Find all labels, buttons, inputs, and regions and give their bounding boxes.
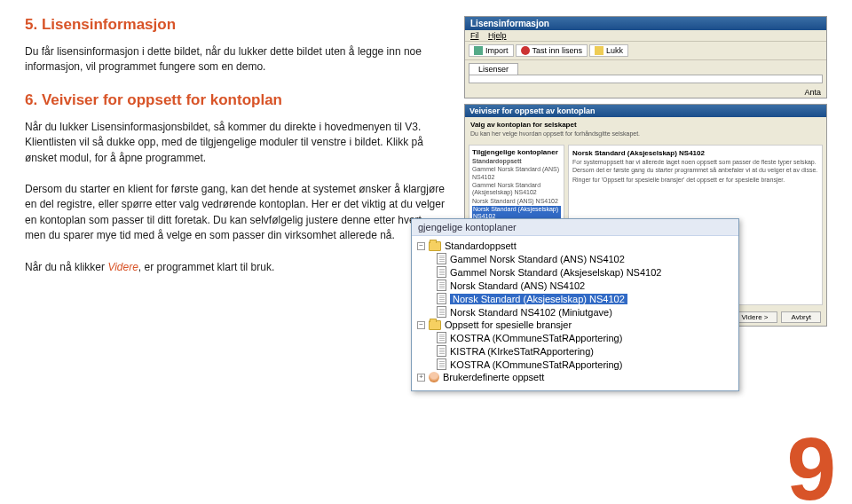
tree-callout: gjengelige kontoplaner − Standardoppsett… [411, 218, 739, 391]
license-tabs: Lisenser [465, 60, 826, 75]
section6-p3a: Når du nå klikker [25, 261, 107, 273]
tree-root[interactable]: − Standardoppsett [417, 240, 733, 252]
import-icon [474, 46, 483, 55]
tab-licenses[interactable]: Lisenser [469, 63, 518, 75]
close-label: Lukk [606, 46, 623, 55]
wizard-title: Veiviser for oppsett av kontoplan [465, 105, 826, 117]
section6-p3c: , er programmet klart til bruk. [138, 261, 274, 273]
key-icon [521, 46, 530, 55]
test-label: Tast inn lisens [532, 46, 583, 55]
section6-p1: Når du lukker Lisensinformasjonsbildet, … [25, 120, 445, 166]
document-icon [437, 306, 446, 318]
wizard-item[interactable]: Gammel Norsk Standard (Aksjeselskap) NS4… [472, 182, 561, 197]
section6-p2: Dersom du starter en klient for første g… [25, 182, 445, 244]
license-body [469, 75, 823, 83]
close-button[interactable]: Lukk [589, 44, 628, 57]
document-icon [437, 332, 446, 343]
import-label: Import [485, 46, 509, 55]
wizard-right-p2: For systemoppsett har vi allerede laget … [572, 159, 818, 175]
section5-heading: 5. Lisensinformasjon [25, 16, 445, 34]
videre-word: Videre [107, 261, 138, 273]
tree-item-label: Gammel Norsk Standard (Aksjeselskap) NS4… [450, 267, 661, 278]
section5-body: Du får lisensinformasjon i dette bildet,… [25, 44, 445, 75]
tree-user[interactable]: + Brukerdefinerte oppsett [417, 371, 733, 383]
tree-item[interactable]: KOSTRA (KOmmuneSTatRApportering) [437, 358, 733, 371]
tree-item[interactable]: KOSTRA (KOmmuneSTatRApportering) [437, 331, 733, 344]
tree-item[interactable]: KISTRA (KIrkeSTatRApportering) [437, 344, 733, 358]
expand-icon[interactable]: + [417, 374, 425, 382]
document-icon [437, 293, 446, 304]
wizard-subheading: Du kan her velge hvordan oppsett for for… [470, 130, 821, 138]
folder-icon [429, 320, 441, 330]
section6-heading: 6. Veiviser for oppsett for kontoplan [25, 91, 445, 109]
tree-item-label: KOSTRA (KOmmuneSTatRApportering) [450, 359, 622, 370]
license-window-title: Lisensinformasjon [465, 17, 826, 30]
tree-title: gjengelige kontoplaner [412, 219, 738, 236]
wizard-heading: Valg av kontoplan for selskapet [470, 121, 821, 129]
license-toolbar: Import Tast inn lisens Lukk [465, 42, 826, 60]
section6-p3: Når du nå klikker Videre, er programmet … [25, 260, 445, 275]
wizard-item-root[interactable]: Standardoppsett [472, 158, 561, 165]
license-window: Lisensinformasjon Fil Hjelp Import Tast … [464, 16, 827, 98]
tree-item-selected[interactable]: Norsk Standard (Aksjeselskap) NS4102 [437, 292, 733, 305]
test-button[interactable]: Tast inn lisens [516, 44, 588, 57]
license-menu: Fil Hjelp [465, 30, 826, 42]
license-status: Anta [465, 87, 826, 98]
tree-item-label: Norsk Standard (Aksjeselskap) NS4102 [450, 294, 627, 304]
tree-item-label: KISTRA (KIrkeSTatRApportering) [450, 346, 594, 357]
wizard-right-p3: Ringer for 'Oppsett for spesielle bransj… [572, 177, 818, 185]
menu-file[interactable]: Fil [470, 31, 479, 40]
collapse-icon[interactable]: − [417, 321, 425, 329]
tree-item-label: Gammel Norsk Standard (ANS) NS4102 [450, 254, 625, 264]
collapse-icon[interactable]: − [417, 242, 425, 250]
import-button[interactable]: Import [469, 44, 514, 57]
tree-item-label: KOSTRA (KOmmuneSTatRApportering) [450, 333, 622, 343]
document-icon [437, 358, 446, 370]
tree-item[interactable]: Gammel Norsk Standard (ANS) NS4102 [437, 252, 733, 265]
folder-icon [429, 241, 441, 251]
wizard-item[interactable]: Gammel Norsk Standard (ANS) NS4102 [472, 166, 561, 181]
tree-root-label: Standardoppsett [445, 240, 517, 251]
document-icon [437, 253, 446, 264]
document-icon [437, 280, 446, 291]
user-icon [429, 372, 439, 382]
wizard-left-heading: Tilgjengelige kontoplaner [472, 148, 561, 156]
close-icon [595, 46, 604, 55]
document-icon [437, 345, 446, 357]
wizard-right-title: Norsk Standard (Aksjeselskap) NS4102 [572, 149, 818, 157]
tree-item-label: Norsk Standard (ANS) NS4102 [450, 280, 585, 291]
tree-folder2[interactable]: − Oppsett for spesielle bransjer [417, 319, 733, 331]
tree-user-label: Brukerdefinerte oppsett [443, 372, 544, 382]
tree-item[interactable]: Norsk Standard (ANS) NS4102 [437, 279, 733, 292]
tree-folder2-label: Oppsett for spesielle bransjer [445, 319, 572, 330]
document-icon [437, 266, 446, 278]
cancel-button[interactable]: Avbryt [781, 311, 821, 323]
tree-item-label: Norsk Standard NS4102 (Miniutgave) [450, 307, 612, 318]
tree-item[interactable]: Norsk Standard NS4102 (Miniutgave) [437, 305, 733, 319]
page-number: 9 [786, 424, 836, 504]
wizard-item[interactable]: Norsk Standard (ANS) NS4102 [472, 198, 561, 205]
tree-item[interactable]: Gammel Norsk Standard (Aksjeselskap) NS4… [437, 265, 733, 279]
menu-help[interactable]: Hjelp [488, 31, 507, 40]
